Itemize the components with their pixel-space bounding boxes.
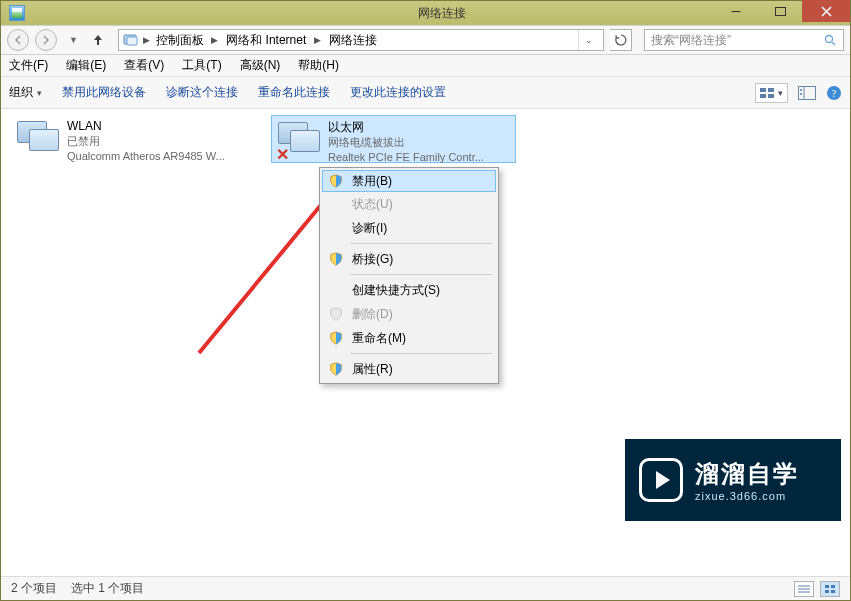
watermark: 溜溜自学 zixue.3d66.com xyxy=(625,439,841,521)
svg-rect-2 xyxy=(127,37,137,45)
ctx-separator xyxy=(350,274,492,275)
network-info: WLAN 已禁用 Qualcomm Atheros AR9485 W... xyxy=(67,119,225,159)
network-status: 已禁用 xyxy=(67,134,225,149)
play-icon xyxy=(639,458,683,502)
address-dropdown[interactable]: ⌄ xyxy=(578,30,599,50)
network-icon: ✕ xyxy=(278,120,320,162)
network-name: WLAN xyxy=(67,119,225,134)
menu-view[interactable]: 查看(V) xyxy=(124,57,164,74)
crumb-0[interactable]: 控制面板 ▶ xyxy=(154,32,220,49)
status-count: 2 个项目 xyxy=(11,580,57,597)
toolbar-changesettings[interactable]: 更改此连接的设置 xyxy=(350,84,446,101)
watermark-domain: zixue.3d66.com xyxy=(695,490,799,502)
minimize-button[interactable]: – xyxy=(714,0,758,22)
content-area[interactable]: WLAN 已禁用 Qualcomm Atheros AR9485 W... ✕ … xyxy=(1,109,850,549)
toolbar-rename[interactable]: 重命名此连接 xyxy=(258,84,330,101)
svg-point-12 xyxy=(800,93,802,95)
status-bar: 2 个项目 选中 1 个项目 xyxy=(1,576,850,600)
ctx-diagnose[interactable]: 诊断(I) xyxy=(322,216,496,240)
network-item-wlan[interactable]: WLAN 已禁用 Qualcomm Atheros AR9485 W... xyxy=(11,115,256,163)
forward-button[interactable] xyxy=(35,29,57,51)
svg-rect-5 xyxy=(760,88,766,92)
svg-point-11 xyxy=(800,89,802,91)
crumb-1[interactable]: 网络和 Internet ▶ xyxy=(224,32,322,49)
svg-rect-0 xyxy=(775,7,785,15)
system-icon xyxy=(9,5,25,21)
network-status: 网络电缆被拔出 xyxy=(328,135,484,150)
ctx-separator xyxy=(350,243,492,244)
svg-rect-9 xyxy=(799,86,816,99)
svg-text:?: ? xyxy=(832,87,837,99)
help-button[interactable]: ? xyxy=(826,85,842,101)
search-input[interactable]: 搜索“网络连接” xyxy=(644,29,844,51)
refresh-button[interactable] xyxy=(610,29,632,51)
svg-rect-6 xyxy=(768,88,774,92)
disconnected-icon: ✕ xyxy=(276,145,289,164)
toolbar-diagnose[interactable]: 诊断这个连接 xyxy=(166,84,238,101)
window-buttons: – xyxy=(714,0,850,22)
network-name: 以太网 xyxy=(328,120,484,135)
menu-help[interactable]: 帮助(H) xyxy=(298,57,339,74)
status-selected: 选中 1 个项目 xyxy=(71,580,144,597)
ctx-delete: 删除(D) xyxy=(322,302,496,326)
shield-icon xyxy=(328,330,344,346)
window: 网络连接 – ▼ ▶ 控制面板 ▶ 网络和 Internet ▶ 网络连接 ⌄ xyxy=(0,0,851,601)
location-icon xyxy=(123,32,139,48)
svg-rect-20 xyxy=(825,585,829,588)
menu-file[interactable]: 文件(F) xyxy=(9,57,48,74)
svg-rect-21 xyxy=(831,585,835,588)
network-icon xyxy=(17,119,59,161)
ctx-shortcut[interactable]: 创建快捷方式(S) xyxy=(322,278,496,302)
menu-edit[interactable]: 编辑(E) xyxy=(66,57,106,74)
ctx-properties[interactable]: 属性(R) xyxy=(322,357,496,381)
shield-icon xyxy=(328,306,344,322)
svg-rect-7 xyxy=(760,94,766,98)
shield-icon xyxy=(328,173,344,189)
ctx-bridge[interactable]: 桥接(G) xyxy=(322,247,496,271)
ctx-rename[interactable]: 重命名(M) xyxy=(322,326,496,350)
menu-bar: 文件(F) 编辑(E) 查看(V) 工具(T) 高级(N) 帮助(H) xyxy=(1,55,850,77)
ctx-separator xyxy=(350,353,492,354)
view-button[interactable]: ▾ xyxy=(755,83,788,103)
svg-line-15 xyxy=(199,183,339,353)
address-bar[interactable]: ▶ 控制面板 ▶ 网络和 Internet ▶ 网络连接 ⌄ xyxy=(118,29,604,51)
back-button[interactable] xyxy=(7,29,29,51)
pane-button[interactable] xyxy=(798,86,816,100)
ctx-status: 状态(U) xyxy=(322,192,496,216)
network-item-ethernet[interactable]: ✕ 以太网 网络电缆被拔出 Realtek PCIe FE Family Con… xyxy=(271,115,516,163)
shield-icon xyxy=(328,361,344,377)
navigation-bar: ▼ ▶ 控制面板 ▶ 网络和 Internet ▶ 网络连接 ⌄ 搜索“网络连接… xyxy=(1,25,850,55)
up-button[interactable] xyxy=(90,32,106,48)
svg-rect-8 xyxy=(768,94,774,98)
shield-icon xyxy=(328,251,344,267)
close-button[interactable] xyxy=(802,0,850,22)
ctx-disable[interactable]: 禁用(B) xyxy=(322,170,496,192)
search-icon xyxy=(824,34,837,47)
maximize-button[interactable] xyxy=(758,0,802,22)
network-desc: Qualcomm Atheros AR9485 W... xyxy=(67,149,225,164)
network-desc: Realtek PCIe FE Family Contr... xyxy=(328,150,484,165)
icons-view-button[interactable] xyxy=(820,581,840,597)
menu-advanced[interactable]: 高级(N) xyxy=(240,57,281,74)
watermark-title: 溜溜自学 xyxy=(695,458,799,490)
title-bar[interactable]: 网络连接 – xyxy=(1,1,850,25)
context-menu: 禁用(B) 状态(U) 诊断(I) 桥接(G) 创建快捷方式(S) 删除(D) xyxy=(319,167,499,384)
toolbar-disable[interactable]: 禁用此网络设备 xyxy=(62,84,146,101)
svg-rect-22 xyxy=(825,590,829,593)
search-placeholder: 搜索“网络连接” xyxy=(651,32,731,49)
command-bar: 组织▾ 禁用此网络设备 诊断这个连接 重命名此连接 更改此连接的设置 ▾ ? xyxy=(1,77,850,109)
crumb-sep: ▶ xyxy=(143,35,150,45)
svg-rect-23 xyxy=(831,590,835,593)
organize-button[interactable]: 组织▾ xyxy=(9,84,42,101)
svg-line-4 xyxy=(832,42,835,45)
recent-dropdown[interactable]: ▼ xyxy=(69,35,78,45)
svg-point-3 xyxy=(826,35,833,42)
menu-tools[interactable]: 工具(T) xyxy=(182,57,221,74)
network-info: 以太网 网络电缆被拔出 Realtek PCIe FE Family Contr… xyxy=(328,120,484,158)
details-view-button[interactable] xyxy=(794,581,814,597)
crumb-2[interactable]: 网络连接 xyxy=(327,32,379,49)
